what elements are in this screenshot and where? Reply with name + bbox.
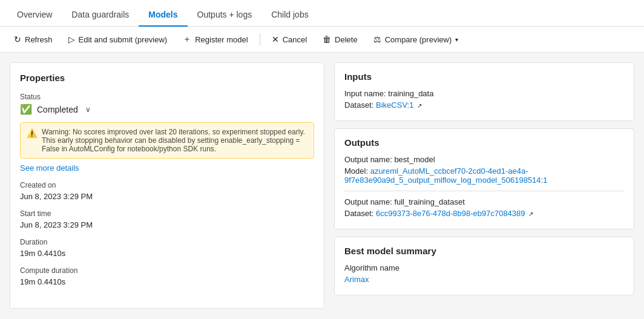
right-panel: Inputs Input name: training_data Dataset… xyxy=(334,62,634,309)
start-time-value: Jun 8, 2023 3:29 PM xyxy=(20,220,314,229)
start-time-label: Start time xyxy=(20,209,314,218)
algorithm-link-row: Arimax xyxy=(344,275,624,284)
delete-label: Delete xyxy=(335,35,358,44)
tab-outputs-logs[interactable]: Outputs + logs xyxy=(188,4,262,27)
created-on-value: Jun 8, 2023 3:29 PM xyxy=(20,192,314,201)
register-model-label: Register model xyxy=(195,35,248,44)
compare-icon: ⚖ xyxy=(373,35,381,44)
model-label: Model: xyxy=(344,166,368,176)
main-content: Properties Status ✅ Completed ∨ ⚠️ Warni… xyxy=(0,53,644,318)
warning-box: ⚠️ Warning: No scores improved over last… xyxy=(20,122,314,159)
register-model-button[interactable]: ＋ Register model xyxy=(176,30,254,48)
cancel-label: Cancel xyxy=(283,35,307,44)
status-label: Status xyxy=(20,93,314,101)
properties-title: Properties xyxy=(20,73,314,83)
warning-text: Warning: No scores improved over last 20… xyxy=(42,128,307,153)
edit-submit-button[interactable]: ▷ Edit and submit (preview) xyxy=(62,31,174,48)
tab-data-guardrails[interactable]: Data guardrails xyxy=(62,4,139,27)
status-row: ✅ Completed ∨ xyxy=(20,104,314,115)
properties-panel: Properties Status ✅ Completed ∨ ⚠️ Warni… xyxy=(10,62,324,309)
status-chevron-button[interactable]: ∨ xyxy=(83,104,93,115)
duration-value: 19m 0.4410s xyxy=(20,249,314,258)
plus-icon: ＋ xyxy=(183,34,191,45)
compute-duration-value: 19m 0.4410s xyxy=(20,277,314,286)
dataset-label: Dataset: xyxy=(344,100,373,110)
refresh-label: Refresh xyxy=(25,35,53,44)
dataset2-link[interactable]: 6cc99373-8e76-478d-8b98-eb97c7084389 xyxy=(376,209,525,218)
dataset2-row: Dataset: 6cc99373-8e76-478d-8b98-eb97c70… xyxy=(344,209,624,218)
model-link[interactable]: azureml_AutoML_ccbcef70-2cd0-4ed1-ae4a-9… xyxy=(344,166,547,185)
tabs-bar: Overview Data guardrails Models Outputs … xyxy=(0,0,644,27)
tab-overview[interactable]: Overview xyxy=(7,4,62,27)
best-model-card: Best model summary Algorithm name Arimax xyxy=(334,237,634,295)
dataset2-label: Dataset: xyxy=(344,209,373,218)
created-on-label: Created on xyxy=(20,181,314,189)
inputs-card: Inputs Input name: training_data Dataset… xyxy=(334,62,634,121)
inputs-title: Inputs xyxy=(344,71,624,82)
outputs-title: Outputs xyxy=(344,137,624,148)
refresh-icon: ↻ xyxy=(14,35,21,44)
compute-duration-label: Compute duration xyxy=(20,266,314,275)
duration-label: Duration xyxy=(20,238,314,246)
algorithm-link[interactable]: Arimax xyxy=(344,275,369,284)
tab-child-jobs[interactable]: Child jobs xyxy=(261,4,318,27)
output2-name-row: Output name: full_training_dataset xyxy=(344,197,624,206)
delete-button[interactable]: 🗑 Delete xyxy=(316,31,364,48)
dataset-link[interactable]: BikeCSV:1 xyxy=(376,100,413,110)
external-link-icon: ↗ xyxy=(417,102,422,109)
status-value: Completed xyxy=(37,105,78,114)
output1-name-row: Output name: best_model xyxy=(344,155,624,164)
chevron-down-icon: ▾ xyxy=(455,36,458,43)
toolbar-separator xyxy=(260,33,260,45)
external-link-icon2: ↗ xyxy=(528,211,533,217)
refresh-button[interactable]: ↻ Refresh xyxy=(7,31,59,48)
compare-label: Compare (preview) xyxy=(385,35,452,44)
see-more-details-link[interactable]: See more details xyxy=(20,163,79,173)
cancel-button[interactable]: ✕ Cancel xyxy=(265,31,314,48)
completed-icon: ✅ xyxy=(20,104,32,115)
algorithm-label-row: Algorithm name xyxy=(344,263,624,272)
cancel-icon: ✕ xyxy=(272,35,279,44)
model-row: Model: azureml_AutoML_ccbcef70-2cd0-4ed1… xyxy=(344,166,624,185)
edit-submit-label: Edit and submit (preview) xyxy=(79,35,168,44)
warning-icon: ⚠️ xyxy=(27,128,37,138)
delete-icon: 🗑 xyxy=(323,35,331,44)
dataset-row: Dataset: BikeCSV:1 ↗ xyxy=(344,100,624,110)
compare-button[interactable]: ⚖ Compare (preview) ▾ xyxy=(367,31,465,48)
tab-models[interactable]: Models xyxy=(139,4,187,27)
outputs-divider xyxy=(344,191,624,191)
play-icon: ▷ xyxy=(68,35,75,44)
best-model-title: Best model summary xyxy=(344,246,624,256)
input-name-row: Input name: training_data xyxy=(344,89,624,98)
toolbar: ↻ Refresh ▷ Edit and submit (preview) ＋ … xyxy=(0,27,644,53)
outputs-card: Outputs Output name: best_model Model: a… xyxy=(334,128,634,229)
